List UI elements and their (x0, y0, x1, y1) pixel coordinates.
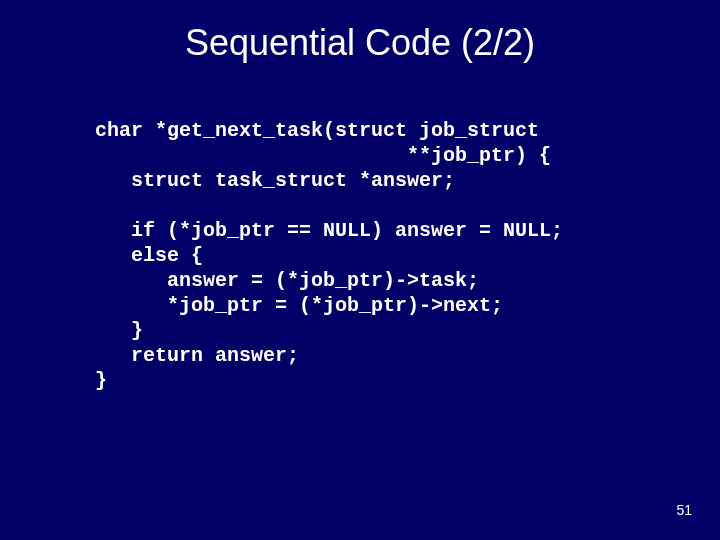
slide-title: Sequential Code (2/2) (0, 0, 720, 64)
code-block: char *get_next_task(struct job_struct **… (95, 118, 720, 393)
page-number: 51 (676, 502, 692, 518)
